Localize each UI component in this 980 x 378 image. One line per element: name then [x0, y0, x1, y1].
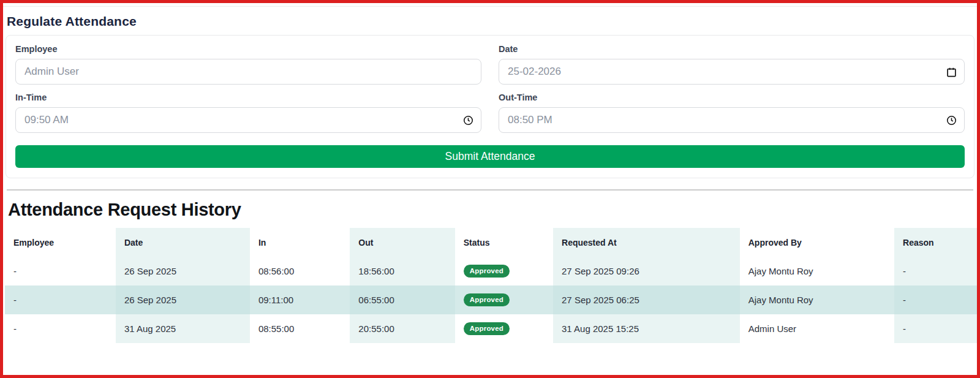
out-time-field-group: Out-Time — [499, 93, 965, 133]
clock-icon[interactable] — [462, 115, 473, 126]
history-title: Attendance Request History — [8, 200, 977, 220]
table-header-row: Employee Date In Out Status Requested At… — [5, 228, 977, 257]
calendar-icon[interactable] — [946, 66, 957, 77]
cell-in: 09:11:00 — [250, 285, 350, 314]
cell-approved-by: Ajay Montu Roy — [740, 257, 894, 285]
in-time-input-wrap — [15, 107, 481, 133]
section-divider — [7, 189, 973, 191]
regulate-attendance-form: Employee Date In-Time — [15, 44, 965, 168]
cell-date: 26 Sep 2025 — [116, 285, 250, 314]
cell-employee: - — [5, 257, 116, 285]
out-time-label: Out-Time — [499, 93, 965, 102]
status-badge: Approved — [464, 322, 510, 335]
out-time-input[interactable] — [508, 114, 946, 126]
date-label: Date — [499, 44, 965, 54]
employee-label: Employee — [15, 44, 481, 54]
cell-in: 08:55:00 — [250, 314, 350, 343]
cell-date: 26 Sep 2025 — [116, 257, 250, 285]
status-badge: Approved — [464, 265, 510, 278]
cell-approved-by: Ajay Montu Roy — [740, 285, 894, 314]
in-time-field-group: In-Time — [15, 93, 481, 133]
cell-employee: - — [5, 314, 116, 343]
cell-status: Approved — [455, 285, 553, 314]
cell-requested-at: 27 Sep 2025 09:26 — [553, 257, 740, 285]
cell-employee: - — [5, 285, 116, 314]
date-field-group: Date — [499, 44, 965, 85]
date-input[interactable] — [508, 66, 946, 78]
cell-in: 08:56:00 — [250, 257, 350, 285]
cell-requested-at: 27 Sep 2025 06:25 — [553, 285, 740, 314]
cell-reason: - — [894, 314, 977, 343]
out-time-input-wrap — [499, 107, 965, 133]
col-header-date: Date — [116, 228, 250, 257]
attendance-history-table: Employee Date In Out Status Requested At… — [5, 228, 977, 343]
col-header-employee: Employee — [5, 228, 116, 257]
col-header-approved-by: Approved By — [740, 228, 894, 257]
employee-input-wrap — [15, 59, 481, 85]
top-divider — [3, 3, 977, 7]
table-row: - 31 Aug 2025 08:55:00 20:55:00 Approved… — [5, 314, 977, 343]
employee-input[interactable] — [24, 66, 473, 78]
cell-reason: - — [894, 257, 977, 285]
col-header-status: Status — [455, 228, 553, 257]
cell-status: Approved — [455, 257, 553, 285]
col-header-requested-at: Requested At — [553, 228, 740, 257]
cell-out: 20:55:00 — [350, 314, 454, 343]
table-row: - 26 Sep 2025 08:56:00 18:56:00 Approved… — [5, 257, 977, 285]
table-row: - 26 Sep 2025 09:11:00 06:55:00 Approved… — [5, 285, 977, 314]
page-title: Regulate Attendance — [7, 14, 977, 29]
in-time-input[interactable] — [24, 114, 462, 126]
clock-icon[interactable] — [946, 115, 957, 126]
in-time-label: In-Time — [15, 93, 481, 102]
cell-reason: - — [894, 285, 977, 314]
col-header-in: In — [250, 228, 350, 257]
status-badge: Approved — [464, 293, 510, 306]
cell-approved-by: Admin User — [740, 314, 894, 343]
cell-requested-at: 31 Aug 2025 15:25 — [553, 314, 740, 343]
cell-status: Approved — [455, 314, 553, 343]
col-header-reason: Reason — [894, 228, 977, 257]
col-header-out: Out — [350, 228, 454, 257]
date-input-wrap — [499, 59, 965, 85]
employee-field-group: Employee — [15, 44, 481, 85]
cell-date: 31 Aug 2025 — [116, 314, 250, 343]
regulate-attendance-card: Employee Date In-Time — [6, 35, 974, 178]
cell-out: 18:56:00 — [350, 257, 454, 285]
attendance-page: { "colors": { "page_border": "#dc1f1f", … — [0, 0, 980, 378]
cell-out: 06:55:00 — [350, 285, 454, 314]
submit-attendance-button[interactable]: Submit Attendance — [15, 145, 965, 168]
